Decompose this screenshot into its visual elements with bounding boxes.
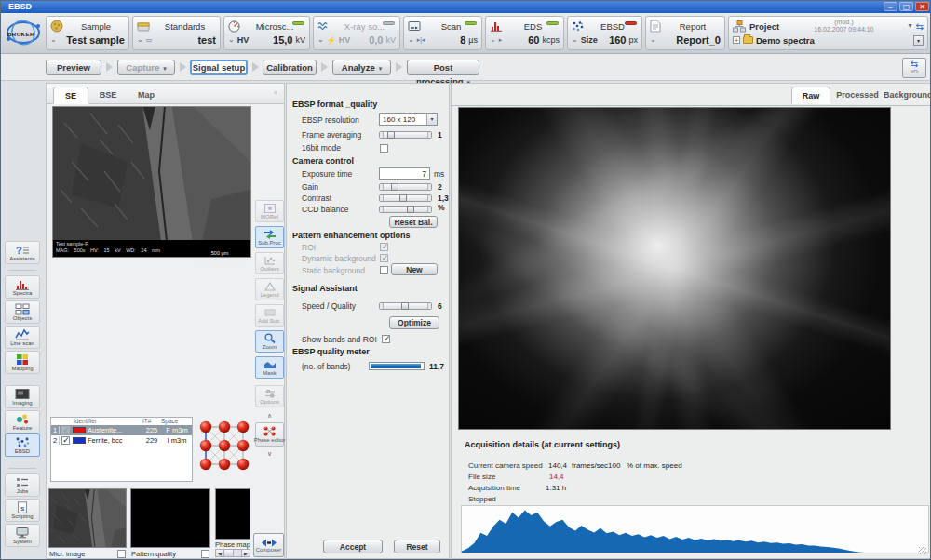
sidebar-item-mapping[interactable]: Mapping	[5, 351, 40, 374]
static-background-checkbox[interactable]	[380, 266, 388, 274]
chevron-down-icon[interactable]: ⌄	[228, 36, 235, 44]
chevron-down-icon[interactable]: ⌄	[137, 36, 143, 44]
micr-image-thumbnail[interactable]	[48, 488, 127, 548]
chevron-down-icon[interactable]: ⌄	[650, 36, 656, 44]
phase-row-austenite[interactable]: 1 Austenite... 225 F m3m	[51, 425, 192, 435]
tab-se[interactable]: SE	[53, 87, 88, 104]
mask-button[interactable]: Mask	[255, 356, 284, 379]
tab-map[interactable]: Map	[128, 87, 165, 104]
ribbon-group-sample[interactable]: Sample ⌄ Test sample	[46, 16, 129, 50]
sidebar-item-ebsd[interactable]: EBSD	[5, 433, 40, 457]
accept-button[interactable]: Accept	[323, 540, 383, 553]
close-button[interactable]: ✕	[915, 2, 929, 11]
analyze-button[interactable]: Analyze▾	[332, 60, 391, 75]
zoom-button[interactable]: Zoom	[255, 330, 284, 353]
tab-bse[interactable]: BSE	[89, 87, 127, 104]
phase-map-scrollbar[interactable]: ◀ ▶	[215, 549, 250, 557]
tools-scroll-up-icon[interactable]: ∧	[255, 412, 284, 420]
resize-grip[interactable]	[919, 547, 926, 554]
speed-quality-slider[interactable]	[379, 302, 432, 310]
tab-raw[interactable]: Raw	[791, 87, 830, 104]
show-bands-checkbox[interactable]	[382, 335, 390, 343]
popout-icon[interactable]: ▫	[274, 89, 277, 97]
sidebar-item-spectra[interactable]: Spectra	[5, 275, 40, 299]
eds-label: EDS	[506, 21, 560, 32]
sidebar-item-assistants[interactable]: ? Assistants	[5, 241, 40, 264]
pattern-quality-thumbnail[interactable]	[130, 488, 210, 548]
micr-image-checkbox[interactable]	[117, 550, 126, 558]
sidebar-item-line-scan[interactable]: Line scan	[5, 326, 40, 349]
tab-processed[interactable]: Processed	[832, 87, 883, 104]
ribbon-group-ebsd[interactable]: EBSD ⌄ Size 160 px	[567, 16, 642, 50]
scrollbar-thumb[interactable]	[224, 550, 234, 556]
ribbon-group-standards[interactable]: Standards ⌄ ▭ test	[132, 16, 221, 50]
ribbon-group-microscope[interactable]: Microsc... ⌄ HV 15,0 kV	[223, 16, 310, 50]
moref-button[interactable]: MORef	[255, 200, 284, 222]
ribbon-group-scan[interactable]: Scan ⌄ ▸|◂ 8 µs	[403, 16, 482, 50]
phase-map-thumbnail[interactable]	[215, 488, 250, 540]
composer-button[interactable]: Composer	[253, 533, 284, 557]
resolution-dropdown-icon[interactable]: ▾	[426, 114, 437, 125]
options-button[interactable]: Options	[255, 385, 284, 407]
project-item[interactable]: Demo spectra	[756, 35, 911, 46]
ebsp-pattern-image[interactable]	[458, 107, 891, 430]
add-sub-button[interactable]: Add Sub.	[255, 304, 284, 327]
chevron-down-icon[interactable]: ⌄	[317, 36, 324, 44]
project-combo-icon[interactable]: ▾	[913, 35, 924, 46]
frame-averaging-slider[interactable]	[379, 131, 432, 139]
tab-background[interactable]: Background	[884, 87, 930, 104]
outliers-button[interactable]: Outliers	[255, 252, 284, 274]
project-dropdown-icon[interactable]: ▾	[909, 22, 912, 30]
bit16-checkbox[interactable]	[380, 144, 388, 153]
subproc-button[interactable]: Sub.Proc	[255, 226, 284, 248]
gain-slider[interactable]	[379, 183, 432, 191]
post-processing-button[interactable]: Post processing▾	[407, 60, 479, 75]
contrast-slider[interactable]	[379, 194, 432, 202]
chevron-down-icon[interactable]: ⌄	[408, 36, 414, 44]
dynamic-background-checkbox[interactable]	[380, 254, 388, 262]
scroll-left-icon[interactable]: ◀	[216, 550, 224, 556]
ribbon-group-project[interactable]: Project (mod.) 16.02.2007 09:44:10 ▾ ⇆ +…	[728, 16, 928, 50]
ccd-balance-slider[interactable]	[379, 206, 432, 213]
sidebar-item-objects[interactable]: Objects	[5, 300, 40, 324]
optimize-button[interactable]: Optimize	[389, 316, 439, 329]
sidebar-item-imaging[interactable]: Imaging	[5, 385, 40, 408]
pattern-quality-checkbox[interactable]	[201, 550, 209, 558]
scroll-right-icon[interactable]: ▶	[241, 550, 250, 556]
exposure-input[interactable]: 7	[379, 167, 430, 180]
phase-checkbox[interactable]	[61, 436, 70, 445]
io-button[interactable]: ⇆ I/O	[902, 58, 926, 78]
reset-button[interactable]: Reset	[394, 540, 440, 553]
legend-button[interactable]: Add Sub.Legend	[255, 278, 284, 300]
ribbon-group-xray[interactable]: X-ray so... ⌄ ⚡ HV 0,0 kV	[313, 16, 400, 50]
restore-button[interactable]: ▢	[899, 2, 913, 11]
ribbon-group-eds[interactable]: EDS ⌄ ▸ 60 kcps	[485, 16, 564, 50]
project-swap-icon[interactable]: ⇆	[916, 21, 924, 32]
sidebar-item-feature[interactable]: Feature	[5, 410, 40, 433]
frame-averaging-value: 1	[438, 130, 442, 140]
sidebar-item-system[interactable]: System	[5, 524, 40, 547]
sem-image[interactable]: Test sample-F MAG: 500x HV: 15 kV WD: 24…	[52, 106, 251, 258]
speed-quality-value: 6	[438, 301, 442, 311]
phase-editor-button[interactable]: Phase editor	[255, 422, 284, 447]
tools-scroll-down-icon[interactable]: ∨	[255, 450, 284, 458]
preview-button[interactable]: Preview	[46, 60, 101, 75]
reset-balance-button[interactable]: Reset Bal.	[389, 216, 438, 228]
capture-button[interactable]: Capture▾	[117, 60, 175, 75]
phase-row-ferrite[interactable]: 2 Ferrite, bcc 229 I m3m	[51, 435, 192, 446]
chevron-down-icon[interactable]: ⌄	[50, 36, 57, 44]
resolution-select[interactable]: 160 x 120 ▾	[379, 113, 438, 126]
minimize-button[interactable]: –	[884, 2, 897, 11]
sidebar-item-scripting[interactable]: s Scripting	[5, 499, 40, 522]
roi-checkbox[interactable]	[380, 243, 388, 251]
crystal-structure-view[interactable]	[197, 419, 251, 473]
chevron-down-icon[interactable]: ⌄	[572, 36, 578, 44]
chevron-down-icon[interactable]: ⌄	[490, 36, 496, 44]
phase-checkbox[interactable]	[61, 426, 70, 434]
signal-setup-button[interactable]: Signal setup	[190, 60, 248, 75]
sidebar-item-jobs[interactable]: Jobs	[5, 473, 40, 497]
calibration-button[interactable]: Calibration	[263, 60, 317, 75]
new-background-button[interactable]: New	[391, 263, 438, 275]
project-expand-icon[interactable]: +	[733, 36, 740, 44]
ribbon-group-report[interactable]: Report ⌄ Report_0	[645, 16, 725, 50]
